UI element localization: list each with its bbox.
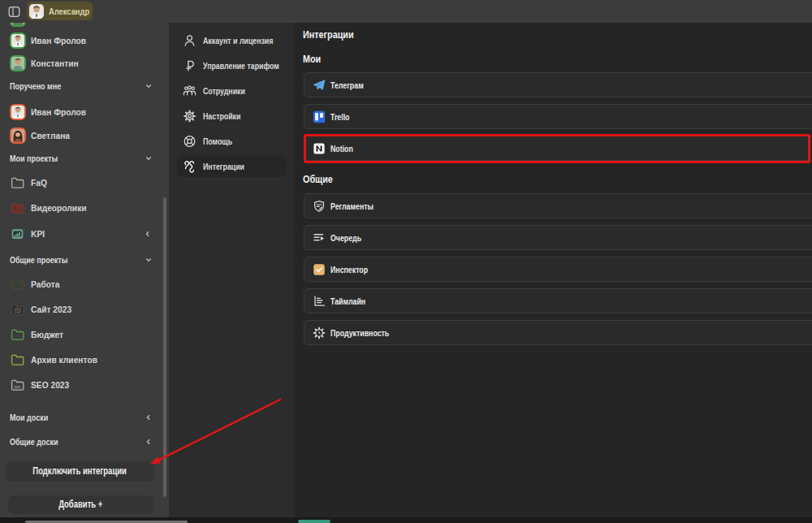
svg-text:seo: seo bbox=[14, 385, 20, 389]
